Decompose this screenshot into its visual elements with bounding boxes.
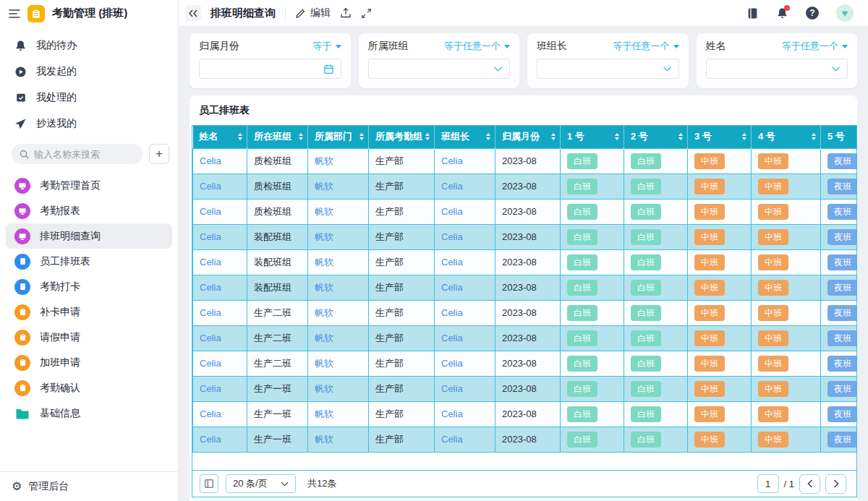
table-row[interactable]: Celia生产二班帆软生产部Celia2023-08白班白班中班中班夜班 bbox=[193, 300, 857, 325]
cell-name[interactable]: Celia bbox=[193, 401, 247, 427]
table-row[interactable]: Celia生产二班帆软生产部Celia2023-08白班白班中班中班夜班 bbox=[193, 351, 857, 376]
sort-icon[interactable] bbox=[486, 133, 493, 140]
cell-leader[interactable]: Celia bbox=[435, 275, 495, 300]
page-size-select[interactable]: 20 条/页 bbox=[226, 474, 296, 493]
collapse-sidebar-icon[interactable] bbox=[185, 5, 201, 21]
sidebar-app-item-0[interactable]: 考勤管理首页 bbox=[6, 173, 172, 198]
cell-leader[interactable]: Celia bbox=[435, 401, 495, 427]
table-row[interactable]: Celia装配班组帆软生产部Celia2023-08白班白班中班中班夜班 bbox=[193, 224, 857, 249]
prev-page-button[interactable] bbox=[799, 474, 820, 494]
column-header-0[interactable]: 姓名 bbox=[193, 126, 247, 148]
cell-leader[interactable]: Celia bbox=[435, 325, 495, 351]
filter-select-input[interactable] bbox=[706, 59, 848, 79]
contacts-icon[interactable] bbox=[746, 7, 759, 20]
sidebar-item-3[interactable]: 抄送我的 bbox=[0, 111, 178, 137]
cell-department[interactable]: 帆软 bbox=[308, 376, 369, 401]
cell-department[interactable]: 帆软 bbox=[308, 199, 369, 224]
freeze-pane-icon[interactable] bbox=[200, 474, 218, 493]
column-header-2[interactable]: 所属部门 bbox=[308, 126, 369, 148]
sidebar-app-item-4[interactable]: 考勤打卡 bbox=[6, 274, 172, 299]
sort-icon[interactable] bbox=[615, 133, 621, 140]
sort-icon[interactable] bbox=[425, 133, 432, 140]
hamburger-menu-icon[interactable] bbox=[9, 9, 20, 19]
next-page-button[interactable] bbox=[825, 474, 846, 494]
cell-name[interactable]: Celia bbox=[193, 174, 247, 199]
cell-department[interactable]: 帆软 bbox=[308, 300, 369, 325]
cell-leader[interactable]: Celia bbox=[435, 249, 495, 275]
cell-department[interactable]: 帆软 bbox=[308, 427, 369, 452]
cell-leader[interactable]: Celia bbox=[435, 300, 495, 325]
cell-leader[interactable]: Celia bbox=[435, 174, 495, 199]
sort-icon[interactable] bbox=[238, 133, 244, 140]
table-row[interactable]: Celia生产一班帆软生产部Celia2023-08白班白班中班中班夜班 bbox=[193, 427, 857, 452]
filter-operator-dropdown[interactable]: 等于任意一个 bbox=[613, 40, 679, 53]
help-icon[interactable]: ? bbox=[806, 7, 819, 20]
table-row[interactable]: Celia生产一班帆软生产部Celia2023-08白班白班中班中班夜班 bbox=[193, 376, 857, 401]
table-row[interactable]: Celia生产一班帆软生产部Celia2023-08白班白班中班中班夜班 bbox=[193, 401, 857, 427]
cell-leader[interactable]: Celia bbox=[435, 351, 495, 376]
column-header-3[interactable]: 所属考勤组 bbox=[369, 126, 435, 148]
column-header-8[interactable]: 3 号 bbox=[688, 126, 752, 148]
search-input[interactable] bbox=[34, 149, 135, 160]
cell-leader[interactable]: Celia bbox=[435, 376, 495, 401]
cell-department[interactable]: 帆软 bbox=[308, 148, 369, 174]
notifications-bell-icon[interactable] bbox=[776, 7, 788, 20]
cell-name[interactable]: Celia bbox=[193, 224, 247, 249]
filter-operator-dropdown[interactable]: 等于任意一个 bbox=[782, 40, 848, 53]
sidebar-item-0[interactable]: 我的待办 bbox=[0, 33, 178, 59]
user-avatar[interactable]: ♥ bbox=[836, 4, 854, 22]
cell-department[interactable]: 帆软 bbox=[308, 401, 369, 427]
filter-date-input[interactable] bbox=[199, 59, 341, 79]
sidebar-app-item-7[interactable]: 加班申请 bbox=[6, 350, 172, 375]
sidebar-app-item-3[interactable]: 员工排班表 bbox=[6, 249, 172, 274]
fullscreen-icon[interactable] bbox=[361, 8, 372, 19]
filter-operator-dropdown[interactable]: 等于 bbox=[313, 40, 341, 53]
export-icon[interactable] bbox=[340, 7, 352, 19]
cell-name[interactable]: Celia bbox=[193, 249, 247, 275]
cell-department[interactable]: 帆软 bbox=[308, 351, 369, 376]
cell-name[interactable]: Celia bbox=[193, 376, 247, 401]
sidebar-item-2[interactable]: 我处理的 bbox=[0, 85, 178, 111]
admin-console-item[interactable]: ⚙ 管理后台 bbox=[0, 471, 178, 501]
cell-leader[interactable]: Celia bbox=[435, 224, 495, 249]
table-row[interactable]: Celia装配班组帆软生产部Celia2023-08白班白班中班中班夜班 bbox=[193, 249, 857, 275]
cell-name[interactable]: Celia bbox=[193, 427, 247, 452]
cell-department[interactable]: 帆软 bbox=[308, 275, 369, 300]
cell-name[interactable]: Celia bbox=[193, 275, 247, 300]
cell-name[interactable]: Celia bbox=[193, 199, 247, 224]
sort-icon[interactable] bbox=[359, 133, 366, 140]
column-header-7[interactable]: 2 号 bbox=[624, 126, 688, 148]
search-box[interactable] bbox=[12, 144, 142, 164]
cell-name[interactable]: Celia bbox=[193, 325, 247, 351]
column-header-6[interactable]: 1 号 bbox=[561, 126, 624, 148]
column-header-5[interactable]: 归属月份 bbox=[495, 126, 561, 148]
cell-department[interactable]: 帆软 bbox=[308, 325, 369, 351]
add-button[interactable]: + bbox=[149, 144, 169, 164]
sidebar-app-item-8[interactable]: 考勤确认 bbox=[6, 375, 172, 401]
cell-department[interactable]: 帆软 bbox=[308, 249, 369, 275]
cell-department[interactable]: 帆软 bbox=[308, 224, 369, 249]
table-row[interactable]: Celia生产二班帆软生产部Celia2023-08白班白班中班中班夜班 bbox=[193, 325, 857, 351]
table-scroll-area[interactable]: 姓名所在班组所属部门所属考勤组班组长归属月份1 号2 号3 号4 号5 号 Ce… bbox=[192, 126, 856, 453]
cell-name[interactable]: Celia bbox=[193, 148, 247, 174]
sort-icon[interactable] bbox=[742, 133, 749, 140]
column-header-1[interactable]: 所在班组 bbox=[247, 126, 308, 148]
cell-name[interactable]: Celia bbox=[193, 300, 247, 325]
column-header-9[interactable]: 4 号 bbox=[752, 126, 821, 148]
sort-icon[interactable] bbox=[812, 133, 818, 140]
column-header-10[interactable]: 5 号 bbox=[821, 126, 857, 148]
cell-leader[interactable]: Celia bbox=[435, 427, 495, 452]
sort-icon[interactable] bbox=[551, 133, 558, 140]
table-row[interactable]: Celia质检班组帆软生产部Celia2023-08白班白班中班中班夜班 bbox=[193, 199, 857, 224]
cell-leader[interactable]: Celia bbox=[435, 199, 495, 224]
sidebar-item-1[interactable]: 我发起的 bbox=[0, 59, 178, 85]
sidebar-app-item-5[interactable]: 补卡申请 bbox=[6, 299, 172, 325]
sidebar-app-item-9[interactable]: 基础信息 bbox=[6, 401, 172, 426]
filter-select-input[interactable] bbox=[368, 59, 511, 79]
filter-operator-dropdown[interactable]: 等于任意一个 bbox=[444, 40, 510, 53]
edit-button[interactable]: 编辑 bbox=[295, 7, 331, 20]
cell-name[interactable]: Celia bbox=[193, 351, 247, 376]
table-row[interactable]: Celia质检班组帆软生产部Celia2023-08白班白班中班中班夜班 bbox=[193, 148, 857, 174]
cell-department[interactable]: 帆软 bbox=[308, 174, 369, 199]
sidebar-app-item-6[interactable]: 请假申请 bbox=[6, 325, 172, 350]
